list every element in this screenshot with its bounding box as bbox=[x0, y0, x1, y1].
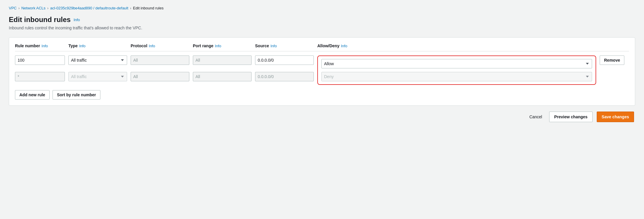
col-label-source: Source bbox=[255, 43, 269, 48]
breadcrumb-sep-1: › bbox=[18, 6, 20, 10]
breadcrumb-sep-2: › bbox=[47, 6, 48, 10]
col-info-allow-deny[interactable]: Info bbox=[341, 44, 347, 48]
row1-source-input[interactable] bbox=[255, 55, 314, 65]
breadcrumb-acl[interactable]: acl-0235c929be4aad890 / defaultroute-def… bbox=[50, 6, 128, 10]
rules-card: Rule number Info Type Info Protocol Info… bbox=[9, 37, 635, 106]
table-header-row: Rule number Info Type Info Protocol Info… bbox=[15, 43, 629, 51]
row1-remove-button[interactable]: Remove bbox=[600, 55, 624, 65]
col-label-protocol: Protocol bbox=[131, 43, 147, 48]
row2-type-select: All traffic bbox=[68, 72, 127, 81]
col-header-allow-deny: Allow/Deny Info bbox=[317, 43, 596, 48]
row1-port-range-input bbox=[193, 55, 252, 65]
footer-actions: Cancel Preview changes Save changes bbox=[9, 112, 635, 122]
page-title: Edit inbound rules bbox=[9, 16, 71, 24]
row2-allow-deny-cell: Allow Deny bbox=[321, 72, 592, 81]
row2-source-cell bbox=[255, 72, 314, 81]
allow-deny-highlight-box: Allow Deny Allow Deny bbox=[317, 55, 596, 85]
col-info-rule-number[interactable]: Info bbox=[42, 44, 48, 48]
preview-changes-button[interactable]: Preview changes bbox=[549, 112, 593, 122]
row2-port-range-input bbox=[193, 72, 252, 81]
page-description: Inbound rules control the incoming traff… bbox=[9, 26, 635, 30]
col-header-source: Source Info bbox=[255, 43, 314, 48]
col-info-protocol[interactable]: Info bbox=[149, 44, 155, 48]
col-label-port-range: Port range bbox=[193, 43, 213, 48]
row2-allow-deny-select: Allow Deny bbox=[321, 72, 592, 81]
row2-port-range-cell bbox=[193, 72, 252, 81]
row2-rule-number-input bbox=[15, 72, 65, 81]
col-header-protocol: Protocol Info bbox=[131, 43, 189, 48]
row1-port-range-cell bbox=[193, 55, 252, 65]
row1-type-select[interactable]: All traffic All TCP All UDP Custom TCP H… bbox=[68, 55, 127, 65]
col-header-rule-number: Rule number Info bbox=[15, 43, 65, 48]
col-info-port-range[interactable]: Info bbox=[215, 44, 221, 48]
row1-allow-deny-select[interactable]: Allow Deny bbox=[321, 59, 592, 68]
row2-rule-number-cell bbox=[15, 72, 65, 81]
add-new-rule-button[interactable]: Add new rule bbox=[15, 90, 50, 100]
row1-rule-number-input[interactable] bbox=[15, 55, 65, 65]
breadcrumb: VPC › Network ACLs › acl-0235c929be4aad8… bbox=[9, 6, 635, 10]
col-header-port-range: Port range Info bbox=[193, 43, 252, 48]
row2-type-cell: All traffic bbox=[68, 72, 127, 81]
col-info-type[interactable]: Info bbox=[79, 44, 86, 48]
table-actions: Add new rule Sort by rule number bbox=[15, 90, 629, 100]
breadcrumb-current: Edit inbound rules bbox=[133, 6, 163, 10]
col-label-type: Type bbox=[68, 43, 78, 48]
col-info-source[interactable]: Info bbox=[270, 44, 277, 48]
row1-allow-deny-cell: Allow Deny bbox=[321, 59, 592, 68]
breadcrumb-vpc[interactable]: VPC bbox=[9, 6, 17, 10]
row1-rule-number-cell bbox=[15, 55, 65, 65]
breadcrumb-network-acls[interactable]: Network ACLs bbox=[21, 6, 45, 10]
page-info-link[interactable]: Info bbox=[74, 18, 80, 22]
sort-by-rule-number-button[interactable]: Sort by rule number bbox=[53, 90, 100, 100]
cancel-button[interactable]: Cancel bbox=[526, 113, 545, 121]
col-header-type: Type Info bbox=[68, 43, 127, 48]
row2-protocol-cell bbox=[131, 72, 189, 81]
row1-type-cell: All traffic All TCP All UDP Custom TCP H… bbox=[68, 55, 127, 65]
page-header: Edit inbound rules Info bbox=[9, 16, 635, 24]
col-label-rule-number: Rule number bbox=[15, 43, 40, 48]
col-label-allow-deny: Allow/Deny bbox=[317, 43, 339, 48]
save-changes-button[interactable]: Save changes bbox=[597, 112, 634, 122]
row1-remove-cell: Remove bbox=[600, 55, 629, 65]
row1-protocol-input bbox=[131, 55, 189, 65]
breadcrumb-sep-3: › bbox=[130, 6, 131, 10]
row1-protocol-cell bbox=[131, 55, 189, 65]
row1-source-cell bbox=[255, 55, 314, 65]
row2-source-input bbox=[255, 72, 314, 81]
row2-protocol-input bbox=[131, 72, 189, 81]
